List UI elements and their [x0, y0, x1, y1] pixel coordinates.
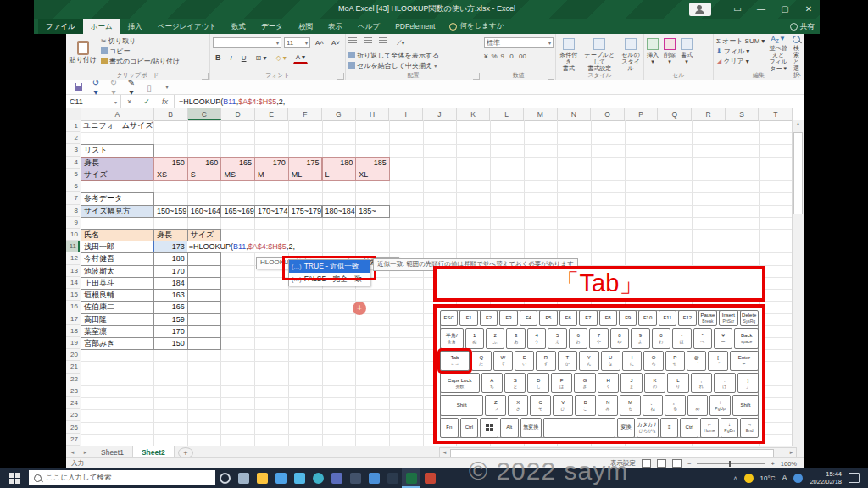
row-header-21[interactable]: 21	[66, 361, 80, 373]
column-header-N[interactable]: N	[558, 108, 592, 120]
cell-F8[interactable]: 175~179	[288, 205, 323, 218]
qat-customize-button[interactable]: ▾	[162, 84, 172, 91]
fill-color-button[interactable]: ◇ ▾	[273, 53, 288, 64]
tray-app-icon[interactable]	[793, 474, 803, 483]
cell-C17[interactable]	[187, 313, 222, 326]
cell-E8[interactable]: 170~174	[254, 205, 289, 218]
formula-input[interactable]: =HLOOKUP(B11,$A$4:$H$5,2,	[175, 95, 804, 108]
cell-A14[interactable]: 上田英斗	[81, 277, 154, 290]
enter-icon[interactable]: ✓	[143, 97, 150, 106]
taskbar-icon-task-view[interactable]	[234, 468, 253, 488]
column-header-O[interactable]: O	[591, 108, 625, 120]
row-header-12[interactable]: 12	[66, 252, 80, 264]
vscroll-thumb[interactable]	[793, 132, 803, 214]
cell-B4[interactable]: 150	[153, 157, 188, 169]
column-header-Q[interactable]: Q	[658, 108, 692, 120]
taskbar-clock[interactable]: 15:44 2022/02/18	[810, 470, 842, 485]
cell-A16[interactable]: 佐伯康二	[81, 301, 154, 313]
number-format-icon[interactable]: .0	[508, 53, 514, 60]
merge-center-button[interactable]: セルを結合して中央揃え▾	[348, 60, 478, 70]
cell-C16[interactable]	[187, 301, 222, 313]
row-header-9[interactable]: 9	[66, 217, 80, 229]
align-middle-icon[interactable]	[364, 37, 372, 44]
cell-A1[interactable]: ユニフォームサイズ	[81, 120, 154, 133]
ribbon-options-icon[interactable]: ▭	[726, 0, 748, 19]
cell-H5[interactable]: XL	[355, 169, 390, 181]
row-header-14[interactable]: 14	[66, 277, 80, 289]
taskbar-icon-store[interactable]	[290, 468, 309, 488]
cell-B5[interactable]: XS	[153, 169, 188, 181]
cell-D8[interactable]: 165~169	[220, 205, 255, 218]
row-header-22[interactable]: 22	[66, 374, 80, 385]
cell-B12[interactable]: 188	[153, 252, 188, 265]
cell-A19[interactable]: 宮部みき	[81, 337, 154, 350]
ribbon-tab-ヘルプ[interactable]: ヘルプ	[350, 19, 387, 34]
taskbar-icon-quill-app[interactable]	[327, 468, 346, 488]
start-button[interactable]	[0, 468, 29, 488]
row-header-17[interactable]: 17	[66, 313, 80, 325]
cell-A3[interactable]: リスト	[81, 144, 154, 157]
cell-C8[interactable]: 160~164	[187, 205, 222, 218]
sheet-nav-arrows[interactable]: ◂▸	[66, 446, 92, 458]
column-header-B[interactable]: B	[154, 108, 188, 120]
cell-styles-button[interactable]: セルのスタイル	[620, 38, 641, 72]
cell-B15[interactable]: 163	[153, 289, 188, 302]
row-header-7[interactable]: 7	[66, 192, 80, 204]
number-format-icon[interactable]: %	[491, 53, 497, 60]
dropdown-option-false[interactable]: (…)FALSE - 完全一致	[289, 273, 370, 286]
row-header-25[interactable]: 25	[66, 409, 80, 421]
cell-C19[interactable]	[187, 337, 222, 350]
clipboard-dialog-launcher[interactable]	[202, 73, 209, 80]
column-header-R[interactable]: R	[692, 108, 726, 120]
vertical-scrollbar[interactable]: ▴	[792, 120, 804, 446]
row-header-6[interactable]: 6	[66, 180, 80, 192]
cell-B14[interactable]: 184	[153, 277, 188, 290]
cell-C15[interactable]	[187, 289, 222, 302]
cell-D4[interactable]: 165	[220, 157, 255, 169]
cell-A12[interactable]: 今村健吾	[81, 252, 154, 265]
row-header-18[interactable]: 18	[66, 325, 80, 337]
bold-button[interactable]: B	[213, 53, 224, 64]
name-box[interactable]: C11▾	[66, 95, 121, 108]
notification-center-icon[interactable]	[849, 473, 860, 483]
close-button[interactable]: ✕	[798, 0, 820, 19]
row-header-1[interactable]: 1	[66, 120, 80, 132]
ribbon-tab-ファイル[interactable]: ファイル	[38, 19, 83, 34]
page-layout-view-icon[interactable]	[657, 459, 666, 468]
cell-G4[interactable]: 180	[322, 157, 357, 169]
active-cell-formula[interactable]: =HLOOKUP(B11,$A$4:$H$5,2,	[187, 241, 318, 252]
ribbon-tab-数式[interactable]: 数式	[224, 19, 253, 34]
taskbar-icon-file-explorer[interactable]	[253, 468, 271, 488]
cell-C5[interactable]: S	[187, 169, 222, 181]
cell-B16[interactable]: 166	[153, 301, 188, 313]
cell-A17[interactable]: 高田隆	[81, 313, 154, 326]
zoom-slider[interactable]	[697, 463, 765, 464]
taskbar-icon-window-app[interactable]	[346, 468, 364, 488]
cell-B13[interactable]: 170	[153, 265, 188, 278]
redo-button[interactable]: ↻ ▾	[108, 78, 119, 97]
cell-B8[interactable]: 150~159	[153, 205, 188, 218]
cell-B19[interactable]: 150	[153, 337, 188, 350]
ribbon-tab-ホーム[interactable]: ホーム	[83, 19, 120, 34]
row-header-10[interactable]: 10	[66, 229, 80, 241]
cell-H8[interactable]: 185~	[355, 205, 390, 218]
paste-button[interactable]: 貼り付け	[69, 36, 97, 69]
tell-me-search[interactable]: 何をしますか	[442, 19, 510, 34]
zoom-level[interactable]: 100%	[781, 460, 797, 468]
fill-button[interactable]: ⬇フィル ▾	[716, 46, 765, 56]
cell-B18[interactable]: 170	[153, 325, 188, 338]
avatar[interactable]	[689, 3, 711, 16]
cell-C10[interactable]: サイズ	[187, 229, 222, 241]
taskbar-icon-excel[interactable]	[402, 468, 420, 488]
dropdown-option-true[interactable]: (…)TRUE - 近似一致	[289, 260, 370, 273]
ribbon-tab-挿入[interactable]: 挿入	[120, 19, 150, 34]
copy-button[interactable]: コピー	[101, 46, 180, 56]
temperature-label[interactable]: 10°C	[760, 474, 776, 482]
sheet-tab-sheet2[interactable]: Sheet2	[133, 446, 175, 458]
cell-C18[interactable]	[187, 325, 222, 338]
column-header-D[interactable]: D	[221, 108, 255, 120]
taskbar-icon-cortana[interactable]	[215, 468, 234, 488]
cell-C4[interactable]: 160	[187, 157, 222, 169]
column-header-E[interactable]: E	[255, 108, 289, 120]
taskbar-search-box[interactable]: ここに入力して検索	[29, 470, 215, 485]
